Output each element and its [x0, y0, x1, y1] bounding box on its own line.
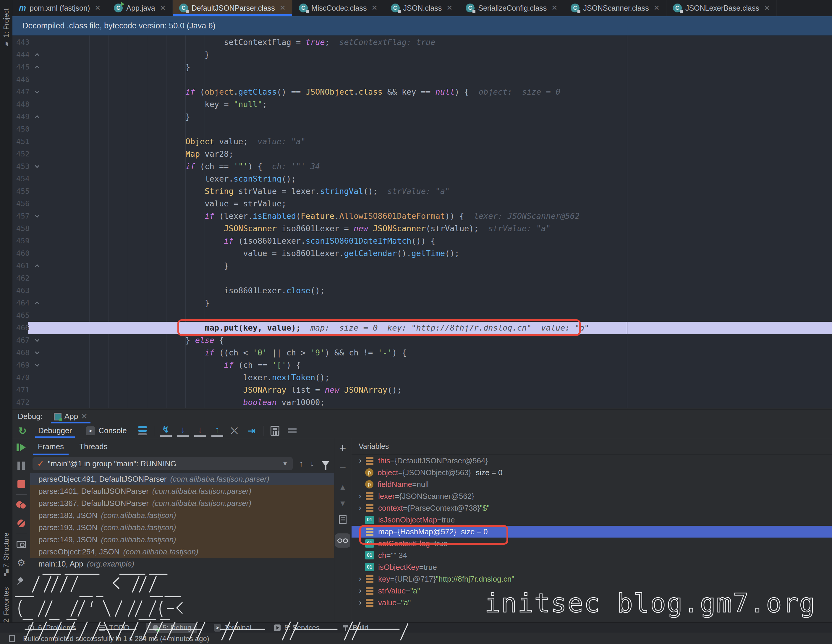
fold-down-icon[interactable]	[35, 350, 40, 354]
editor-tab[interactable]: CMiscCodec.class✕	[293, 0, 384, 16]
pause-button[interactable]	[13, 457, 30, 475]
expand-chevron-icon[interactable]: ›	[355, 492, 365, 501]
stack-frame[interactable]: parse:183, JSON(com.alibaba.fastjson)	[30, 509, 334, 522]
code-line[interactable]: 469 if (ch == '[') {	[13, 359, 832, 372]
code-line[interactable]: 448 key = "null";	[13, 98, 832, 111]
toolwindow-button-debug[interactable]: 5: Debug	[146, 623, 197, 633]
debug-session-tab[interactable]: App ✕	[51, 410, 90, 423]
view-breakpoints-button[interactable]	[13, 496, 30, 514]
variable-row[interactable]: ›this = {DefaultJSONParser@564}	[352, 455, 832, 466]
fold-up-icon[interactable]	[35, 115, 40, 120]
settings-layout-button[interactable]	[286, 425, 298, 437]
editor-tab[interactable]: CDefaultJSONParser.class✕	[173, 0, 293, 16]
step-out-button[interactable]: ↑	[211, 425, 223, 437]
toolwindow-button-services[interactable]: 8: Services	[268, 623, 326, 633]
fold-up-icon[interactable]	[35, 66, 40, 70]
toolwindow-button-terminal[interactable]: >Terminal	[208, 623, 257, 633]
code-line[interactable]: 460 value = iso8601Lexer.getCalendar().g…	[13, 247, 832, 260]
editor-tab[interactable]: CJSONLexerBase.class✕	[666, 0, 777, 16]
mute-breakpoints-button[interactable]	[13, 514, 30, 532]
stack-frame[interactable]: parseObject:491, DefaultJSONParser(com.a…	[30, 473, 334, 485]
code-line[interactable]: 472 boolean var10000;	[13, 396, 832, 409]
code-line[interactable]: 450	[13, 123, 832, 135]
tab-threads[interactable]: Threads	[72, 438, 115, 455]
code-line[interactable]: 464 }	[13, 297, 832, 309]
drop-frame-button[interactable]: ⤬	[229, 425, 240, 437]
new-watch-button[interactable]: +	[334, 438, 351, 458]
close-icon[interactable]: ✕	[551, 4, 557, 12]
code-line[interactable]: 449 }	[13, 111, 832, 123]
code-line[interactable]: 458 JSONScanner iso8601Lexer = new JSONS…	[13, 223, 832, 235]
tab-console[interactable]: > Console	[79, 423, 134, 438]
fold-down-icon[interactable]	[35, 362, 40, 367]
layout-options-icon[interactable]	[137, 425, 149, 437]
editor-tab[interactable]: CJSONScanner.class✕	[564, 0, 666, 16]
stack-frame[interactable]: parse:193, JSON(com.alibaba.fastjson)	[30, 522, 334, 534]
close-icon[interactable]: ✕	[94, 4, 101, 12]
fold-up-icon[interactable]	[35, 301, 40, 306]
expand-chevron-icon[interactable]: ›	[355, 586, 365, 595]
show-execution-point-button[interactable]: ↯	[160, 425, 172, 437]
code-line[interactable]: 447 if (object.getClass() == JSONObject.…	[13, 86, 832, 98]
tab-frames[interactable]: Frames	[30, 438, 72, 455]
stack-frame[interactable]: main:10, App(org.example)	[30, 558, 334, 570]
editor-tab[interactable]: CJSON.class✕	[384, 0, 459, 16]
step-over-button[interactable]: ↓	[177, 425, 189, 437]
duplicate-watch-button[interactable]	[334, 510, 351, 529]
run-to-cursor-button[interactable]: ⇥	[246, 425, 258, 437]
code-line[interactable]: 461 }	[13, 260, 832, 272]
code-line[interactable]: 471 JSONArray list = new JSONArray();	[13, 384, 832, 396]
move-watch-down-button[interactable]: ▼	[334, 497, 351, 510]
prev-frame-icon[interactable]: ↑	[299, 459, 303, 468]
code-line[interactable]: 451 Object value; value: "a"	[13, 135, 832, 148]
code-line[interactable]: 468 if ((ch < '0' || ch > '9') && ch != …	[13, 346, 832, 359]
close-icon[interactable]: ✕	[280, 4, 286, 12]
expand-chevron-icon[interactable]: ›	[355, 575, 365, 583]
variable-row[interactable]: 01ch = '"' 34	[352, 549, 832, 561]
close-icon[interactable]: ✕	[764, 4, 770, 12]
close-icon[interactable]: ✕	[371, 4, 377, 12]
stack-frame[interactable]: parseObject:254, JSON(com.alibaba.fastjs…	[30, 546, 334, 558]
variable-row[interactable]: pobject = {JSONObject@563}size = 0	[352, 466, 832, 478]
move-watch-up-button[interactable]: ▲	[334, 477, 351, 497]
code-line[interactable]: 462	[13, 272, 832, 284]
remove-watch-button[interactable]: −	[334, 458, 351, 477]
sidebar-item-structure[interactable]: ▞ 7: Structure	[0, 526, 13, 582]
code-line[interactable]: 446	[13, 73, 832, 86]
close-icon[interactable]: ✕	[446, 4, 452, 12]
code-line[interactable]: 453 if (ch == '"') { ch: '"' 34	[13, 160, 832, 173]
next-frame-icon[interactable]: ↓	[310, 459, 314, 468]
thread-selector[interactable]: ✓ "main"@1 in group "main": RUNNING ▼	[32, 457, 293, 470]
resume-button[interactable]	[13, 438, 30, 457]
evaluate-expression-button[interactable]	[269, 425, 281, 437]
variable-row[interactable]: ›key = {URL@717} "http://8fhj7r.dnslog.c…	[352, 573, 832, 585]
fold-up-icon[interactable]	[35, 264, 40, 269]
stack-frame[interactable]: parse:149, JSON(com.alibaba.fastjson)	[30, 534, 334, 546]
close-icon[interactable]: ✕	[81, 412, 88, 421]
editor-tab[interactable]: mpom.xml (fastjson)✕	[13, 0, 107, 16]
pin-button[interactable]	[13, 572, 30, 590]
fold-down-icon[interactable]	[35, 163, 40, 168]
code-line[interactable]: 455 String strValue = lexer.stringVal();…	[13, 185, 832, 197]
fold-down-icon[interactable]	[35, 89, 40, 94]
toolwindow-button-build[interactable]: Build	[336, 623, 374, 633]
code-line[interactable]: 459 if (iso8601Lexer.scanISO8601DateIfMa…	[13, 235, 832, 247]
code-line[interactable]: 444 }	[13, 48, 832, 61]
tab-debugger[interactable]: Debugger	[31, 423, 79, 438]
code-line[interactable]: 452 Map var28;	[13, 148, 832, 160]
close-icon[interactable]: ✕	[654, 4, 660, 12]
thread-dump-button[interactable]	[13, 535, 30, 554]
editor-tab[interactable]: CApp.java✕	[107, 0, 172, 16]
filter-icon[interactable]	[322, 461, 330, 466]
variable-row[interactable]: 01isJsonObjectMap = true	[352, 514, 832, 526]
close-icon[interactable]: ✕	[160, 4, 166, 12]
fold-down-icon[interactable]	[35, 213, 40, 218]
toolwindow-button-problems[interactable]: 6: Problems	[22, 623, 82, 633]
variable-row[interactable]: ›lexer = {JSONScanner@562}	[352, 490, 832, 502]
toolwindow-button-todo[interactable]: TODO	[93, 623, 135, 633]
fold-up-icon[interactable]	[35, 53, 40, 58]
editor-tab[interactable]: CSerializeConfig.class✕	[459, 0, 564, 16]
step-into-button[interactable]: ↓	[194, 425, 206, 437]
expand-chevron-icon[interactable]: ›	[355, 503, 365, 513]
code-line[interactable]: 445 }	[13, 61, 832, 73]
